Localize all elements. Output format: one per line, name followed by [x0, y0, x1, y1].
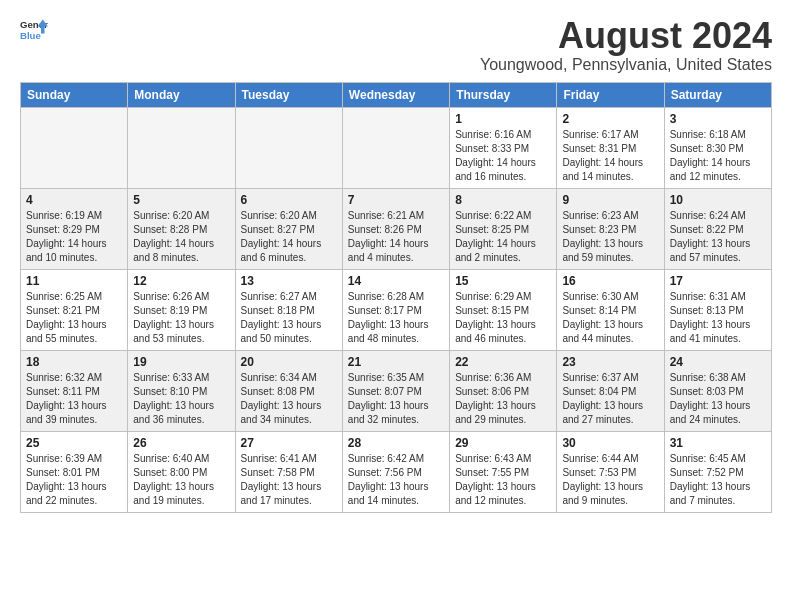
day-info: Sunrise: 6:36 AMSunset: 8:06 PMDaylight:…	[455, 371, 551, 427]
day-number: 5	[133, 193, 229, 207]
day-number: 26	[133, 436, 229, 450]
day-number: 14	[348, 274, 444, 288]
day-number: 18	[26, 355, 122, 369]
day-info: Sunrise: 6:39 AMSunset: 8:01 PMDaylight:…	[26, 452, 122, 508]
day-number: 27	[241, 436, 337, 450]
day-info: Sunrise: 6:35 AMSunset: 8:07 PMDaylight:…	[348, 371, 444, 427]
header-friday: Friday	[557, 82, 664, 107]
day-info: Sunrise: 6:40 AMSunset: 8:00 PMDaylight:…	[133, 452, 229, 508]
day-info: Sunrise: 6:43 AMSunset: 7:55 PMDaylight:…	[455, 452, 551, 508]
table-row: 29Sunrise: 6:43 AMSunset: 7:55 PMDayligh…	[450, 431, 557, 512]
day-number: 10	[670, 193, 766, 207]
day-info: Sunrise: 6:27 AMSunset: 8:18 PMDaylight:…	[241, 290, 337, 346]
logo: General Blue	[20, 16, 48, 44]
table-row: 13Sunrise: 6:27 AMSunset: 8:18 PMDayligh…	[235, 269, 342, 350]
table-row: 20Sunrise: 6:34 AMSunset: 8:08 PMDayligh…	[235, 350, 342, 431]
day-number: 9	[562, 193, 658, 207]
table-row: 27Sunrise: 6:41 AMSunset: 7:58 PMDayligh…	[235, 431, 342, 512]
header-monday: Monday	[128, 82, 235, 107]
table-row: 9Sunrise: 6:23 AMSunset: 8:23 PMDaylight…	[557, 188, 664, 269]
day-info: Sunrise: 6:42 AMSunset: 7:56 PMDaylight:…	[348, 452, 444, 508]
day-number: 31	[670, 436, 766, 450]
table-row: 15Sunrise: 6:29 AMSunset: 8:15 PMDayligh…	[450, 269, 557, 350]
day-number: 1	[455, 112, 551, 126]
day-number: 8	[455, 193, 551, 207]
week-row-1: 1Sunrise: 6:16 AMSunset: 8:33 PMDaylight…	[21, 107, 772, 188]
table-row: 12Sunrise: 6:26 AMSunset: 8:19 PMDayligh…	[128, 269, 235, 350]
day-info: Sunrise: 6:20 AMSunset: 8:27 PMDaylight:…	[241, 209, 337, 265]
day-number: 28	[348, 436, 444, 450]
day-number: 4	[26, 193, 122, 207]
table-row: 19Sunrise: 6:33 AMSunset: 8:10 PMDayligh…	[128, 350, 235, 431]
day-number: 15	[455, 274, 551, 288]
header-wednesday: Wednesday	[342, 82, 449, 107]
table-row: 28Sunrise: 6:42 AMSunset: 7:56 PMDayligh…	[342, 431, 449, 512]
header-tuesday: Tuesday	[235, 82, 342, 107]
table-row: 16Sunrise: 6:30 AMSunset: 8:14 PMDayligh…	[557, 269, 664, 350]
day-info: Sunrise: 6:20 AMSunset: 8:28 PMDaylight:…	[133, 209, 229, 265]
table-row: 7Sunrise: 6:21 AMSunset: 8:26 PMDaylight…	[342, 188, 449, 269]
table-row: 25Sunrise: 6:39 AMSunset: 8:01 PMDayligh…	[21, 431, 128, 512]
day-info: Sunrise: 6:22 AMSunset: 8:25 PMDaylight:…	[455, 209, 551, 265]
day-info: Sunrise: 6:45 AMSunset: 7:52 PMDaylight:…	[670, 452, 766, 508]
table-row: 14Sunrise: 6:28 AMSunset: 8:17 PMDayligh…	[342, 269, 449, 350]
page-header: General Blue August 2024 Youngwood, Penn…	[20, 16, 772, 74]
day-info: Sunrise: 6:19 AMSunset: 8:29 PMDaylight:…	[26, 209, 122, 265]
table-row: 11Sunrise: 6:25 AMSunset: 8:21 PMDayligh…	[21, 269, 128, 350]
day-info: Sunrise: 6:25 AMSunset: 8:21 PMDaylight:…	[26, 290, 122, 346]
day-info: Sunrise: 6:34 AMSunset: 8:08 PMDaylight:…	[241, 371, 337, 427]
day-info: Sunrise: 6:17 AMSunset: 8:31 PMDaylight:…	[562, 128, 658, 184]
table-row: 1Sunrise: 6:16 AMSunset: 8:33 PMDaylight…	[450, 107, 557, 188]
day-number: 29	[455, 436, 551, 450]
day-info: Sunrise: 6:16 AMSunset: 8:33 PMDaylight:…	[455, 128, 551, 184]
location-subtitle: Youngwood, Pennsylvania, United States	[480, 56, 772, 74]
table-row: 8Sunrise: 6:22 AMSunset: 8:25 PMDaylight…	[450, 188, 557, 269]
month-year-title: August 2024	[480, 16, 772, 56]
day-number: 12	[133, 274, 229, 288]
table-row: 31Sunrise: 6:45 AMSunset: 7:52 PMDayligh…	[664, 431, 771, 512]
table-row: 3Sunrise: 6:18 AMSunset: 8:30 PMDaylight…	[664, 107, 771, 188]
day-info: Sunrise: 6:33 AMSunset: 8:10 PMDaylight:…	[133, 371, 229, 427]
table-row: 23Sunrise: 6:37 AMSunset: 8:04 PMDayligh…	[557, 350, 664, 431]
day-number: 6	[241, 193, 337, 207]
day-number: 7	[348, 193, 444, 207]
day-info: Sunrise: 6:23 AMSunset: 8:23 PMDaylight:…	[562, 209, 658, 265]
day-info: Sunrise: 6:30 AMSunset: 8:14 PMDaylight:…	[562, 290, 658, 346]
day-info: Sunrise: 6:24 AMSunset: 8:22 PMDaylight:…	[670, 209, 766, 265]
table-row: 26Sunrise: 6:40 AMSunset: 8:00 PMDayligh…	[128, 431, 235, 512]
day-info: Sunrise: 6:32 AMSunset: 8:11 PMDaylight:…	[26, 371, 122, 427]
table-row: 17Sunrise: 6:31 AMSunset: 8:13 PMDayligh…	[664, 269, 771, 350]
day-info: Sunrise: 6:26 AMSunset: 8:19 PMDaylight:…	[133, 290, 229, 346]
week-row-3: 11Sunrise: 6:25 AMSunset: 8:21 PMDayligh…	[21, 269, 772, 350]
week-row-4: 18Sunrise: 6:32 AMSunset: 8:11 PMDayligh…	[21, 350, 772, 431]
header-sunday: Sunday	[21, 82, 128, 107]
svg-text:Blue: Blue	[20, 30, 41, 41]
day-info: Sunrise: 6:18 AMSunset: 8:30 PMDaylight:…	[670, 128, 766, 184]
table-row	[235, 107, 342, 188]
table-row	[21, 107, 128, 188]
day-info: Sunrise: 6:21 AMSunset: 8:26 PMDaylight:…	[348, 209, 444, 265]
day-number: 30	[562, 436, 658, 450]
day-number: 21	[348, 355, 444, 369]
table-row: 4Sunrise: 6:19 AMSunset: 8:29 PMDaylight…	[21, 188, 128, 269]
day-number: 17	[670, 274, 766, 288]
day-number: 2	[562, 112, 658, 126]
day-info: Sunrise: 6:44 AMSunset: 7:53 PMDaylight:…	[562, 452, 658, 508]
header-thursday: Thursday	[450, 82, 557, 107]
day-number: 19	[133, 355, 229, 369]
day-info: Sunrise: 6:28 AMSunset: 8:17 PMDaylight:…	[348, 290, 444, 346]
table-row	[128, 107, 235, 188]
day-info: Sunrise: 6:38 AMSunset: 8:03 PMDaylight:…	[670, 371, 766, 427]
day-number: 22	[455, 355, 551, 369]
day-number: 24	[670, 355, 766, 369]
table-row: 18Sunrise: 6:32 AMSunset: 8:11 PMDayligh…	[21, 350, 128, 431]
table-row: 21Sunrise: 6:35 AMSunset: 8:07 PMDayligh…	[342, 350, 449, 431]
day-number: 3	[670, 112, 766, 126]
table-row: 30Sunrise: 6:44 AMSunset: 7:53 PMDayligh…	[557, 431, 664, 512]
day-number: 16	[562, 274, 658, 288]
calendar-table: Sunday Monday Tuesday Wednesday Thursday…	[20, 82, 772, 513]
table-row: 22Sunrise: 6:36 AMSunset: 8:06 PMDayligh…	[450, 350, 557, 431]
table-row: 10Sunrise: 6:24 AMSunset: 8:22 PMDayligh…	[664, 188, 771, 269]
week-row-2: 4Sunrise: 6:19 AMSunset: 8:29 PMDaylight…	[21, 188, 772, 269]
day-info: Sunrise: 6:31 AMSunset: 8:13 PMDaylight:…	[670, 290, 766, 346]
